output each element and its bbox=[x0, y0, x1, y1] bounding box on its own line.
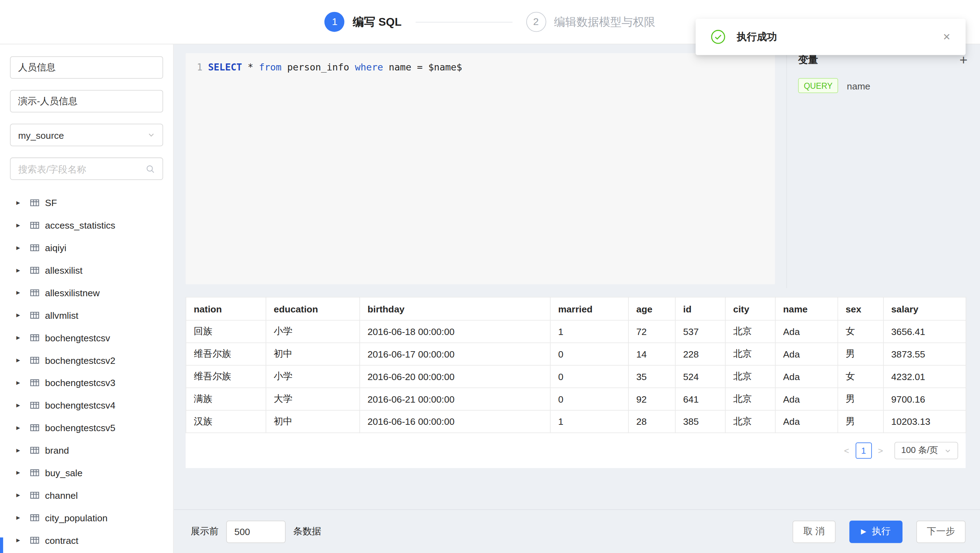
table-tree-item[interactable]: ▸ SF bbox=[10, 191, 163, 214]
table-name: aiqiyi bbox=[45, 242, 67, 253]
variables-header: 变量 + bbox=[798, 53, 968, 67]
variable-type-tag: QUERY bbox=[798, 78, 838, 93]
table-tree-item[interactable]: ▸ access_statistics bbox=[10, 214, 163, 236]
column-header: married bbox=[550, 297, 628, 321]
variable-row: QUERY name bbox=[798, 78, 968, 93]
table-cell: 2016-06-16 00:00:00 bbox=[360, 410, 550, 433]
caret-right-icon: ▸ bbox=[16, 288, 25, 297]
caret-right-icon: ▸ bbox=[16, 265, 25, 274]
table-icon bbox=[30, 513, 40, 522]
limit-prefix-label: 展示前 bbox=[191, 526, 219, 537]
table-cell: 2016-06-21 00:00:00 bbox=[360, 388, 550, 410]
table-cell: 北京 bbox=[725, 365, 775, 388]
caret-right-icon: ▸ bbox=[16, 221, 25, 229]
dataset-sql-wizard: 1 编写 SQL 2 编辑数据模型与权限 my_source ▸ bbox=[0, 0, 980, 553]
table-cell: 1 bbox=[550, 410, 628, 433]
sql-token: name = $name$ bbox=[383, 62, 462, 73]
table-cell: Ada bbox=[775, 343, 838, 365]
table-cell: 92 bbox=[628, 388, 675, 410]
search-box bbox=[10, 157, 163, 180]
table-icon bbox=[30, 220, 40, 230]
next-step-button[interactable]: 下一步 bbox=[916, 520, 966, 543]
table-icon bbox=[30, 243, 40, 252]
table-cell: 0 bbox=[550, 343, 628, 365]
caret-right-icon: ▸ bbox=[16, 243, 25, 252]
column-header: city bbox=[725, 297, 775, 321]
step-edit-model[interactable]: 2 编辑数据模型与权限 bbox=[526, 12, 655, 32]
table-icon bbox=[30, 333, 40, 342]
next-page-button[interactable]: > bbox=[874, 446, 887, 455]
table-cell: Ada bbox=[775, 320, 838, 343]
prev-page-button[interactable]: < bbox=[840, 446, 853, 455]
table-name: channel bbox=[45, 489, 78, 500]
table-tree-item[interactable]: ▸ bochengtestcsv2 bbox=[10, 349, 163, 371]
results-table: nationeducationbirthdaymarriedageidcityn… bbox=[186, 297, 966, 433]
table-tree-item[interactable]: ▸ allvmlist bbox=[10, 304, 163, 326]
search-icon bbox=[145, 164, 155, 174]
row-limit-input[interactable] bbox=[226, 520, 286, 543]
datasource-select[interactable]: my_source bbox=[10, 124, 163, 146]
table-icon bbox=[30, 310, 40, 320]
table-tree-item[interactable]: ▸ contract bbox=[10, 529, 163, 551]
success-toast: 执行成功 ✕ bbox=[696, 19, 966, 55]
caret-right-icon: ▸ bbox=[16, 536, 25, 545]
step-write-sql[interactable]: 1 编写 SQL bbox=[325, 12, 402, 32]
table-cell: 大学 bbox=[266, 388, 360, 410]
table-icon bbox=[30, 490, 40, 500]
dataset-display-name-input[interactable] bbox=[10, 90, 163, 112]
table-tree-item[interactable]: ▸ allesxilistnew bbox=[10, 281, 163, 304]
table-name: city_population bbox=[45, 512, 108, 523]
table-cell: 641 bbox=[675, 388, 725, 410]
page-size-select[interactable]: 100 条/页 bbox=[894, 442, 958, 459]
limit-suffix-label: 条数据 bbox=[293, 526, 321, 537]
table-name: bochengtestcsv3 bbox=[45, 377, 116, 388]
cancel-button[interactable]: 取 消 bbox=[792, 520, 835, 543]
table-name: allvmlist bbox=[45, 310, 78, 320]
run-button[interactable]: ▶ 执行 bbox=[849, 520, 902, 543]
step-2-number: 2 bbox=[526, 12, 546, 32]
table-cell: 汉族 bbox=[186, 410, 266, 433]
column-header: nation bbox=[186, 297, 266, 321]
table-tree-item[interactable]: ▸ buy_sale bbox=[10, 461, 163, 484]
close-icon[interactable]: ✕ bbox=[943, 31, 950, 43]
table-cell: 4232.01 bbox=[883, 365, 966, 388]
column-header: salary bbox=[883, 297, 966, 321]
table-tree-item[interactable]: ▸ bochengtestcsv4 bbox=[10, 394, 163, 416]
add-variable-button[interactable]: + bbox=[959, 53, 968, 67]
table-row: 维吾尔族初中2016-06-17 00:00:00014228北京Ada男387… bbox=[186, 343, 966, 365]
sql-token: SELECT bbox=[208, 62, 242, 73]
sql-token: where bbox=[355, 62, 383, 73]
table-tree-item[interactable]: ▸ city_population bbox=[10, 506, 163, 529]
table-tree-item[interactable]: ▸ bochengtestcsv bbox=[10, 326, 163, 349]
chevron-down-icon bbox=[944, 447, 951, 454]
chevron-down-icon bbox=[148, 131, 155, 139]
table-tree-item[interactable]: ▸ allesxilist bbox=[10, 259, 163, 281]
sql-token: person_info bbox=[282, 62, 355, 73]
sql-editor[interactable]: 1 SELECT * from person_info where name =… bbox=[186, 53, 775, 284]
table-cell: 1 bbox=[550, 320, 628, 343]
search-input[interactable] bbox=[18, 164, 145, 174]
current-page-button[interactable]: 1 bbox=[855, 442, 872, 459]
table-tree-item[interactable]: ▸ channel bbox=[10, 484, 163, 506]
run-button-label: 执行 bbox=[872, 526, 891, 537]
scrollbar-thumb[interactable] bbox=[0, 537, 3, 553]
table-tree-item[interactable]: ▸ aiqiyi bbox=[10, 236, 163, 259]
table-cell: 3656.41 bbox=[883, 320, 966, 343]
stepper: 1 编写 SQL 2 编辑数据模型与权限 bbox=[325, 12, 655, 32]
column-header: age bbox=[628, 297, 675, 321]
table-tree-item[interactable]: ▸ brand bbox=[10, 439, 163, 461]
table-name: allesxilist bbox=[45, 265, 83, 275]
results-header-row: nationeducationbirthdaymarriedageidcityn… bbox=[186, 297, 966, 321]
table-name: brand bbox=[45, 445, 69, 455]
table-cell: 小学 bbox=[266, 365, 360, 388]
table-cell: 小学 bbox=[266, 320, 360, 343]
table-cell: 524 bbox=[675, 365, 725, 388]
table-tree-item[interactable]: ▸ bochengtestcsv5 bbox=[10, 416, 163, 439]
caret-right-icon: ▸ bbox=[16, 311, 25, 319]
dataset-name-input[interactable] bbox=[10, 56, 163, 79]
step-1-label: 编写 SQL bbox=[353, 14, 402, 30]
column-header: sex bbox=[838, 297, 883, 321]
editor-zone: 1 SELECT * from person_info where name =… bbox=[173, 44, 786, 288]
table-tree-item[interactable]: ▸ bochengtestcsv3 bbox=[10, 371, 163, 394]
table-cell: 537 bbox=[675, 320, 725, 343]
